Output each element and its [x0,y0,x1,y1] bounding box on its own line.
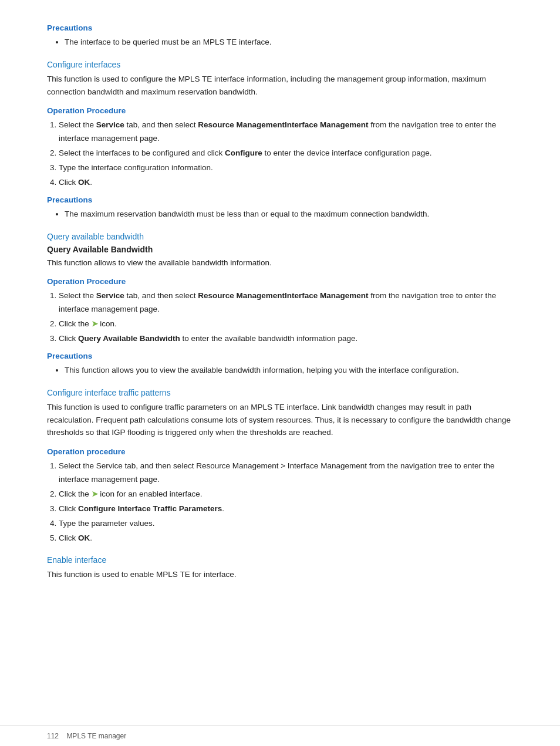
precautions-section-1: Precautions The interface to be queried … [47,23,513,49]
query-bandwidth-precaution-1: This function allows you to view the ava… [65,364,513,377]
configure-interfaces-precautions-heading: Precautions [47,195,513,204]
configure-interfaces-title: Configure interfaces [47,60,513,69]
footer-page: 112 [47,732,59,740]
configure-interfaces-desc: This function is used to configure the M… [47,73,513,98]
query-bandwidth-step-3: Click Query Available Bandwidth to enter… [59,332,513,346]
precautions-item-1: The interface to be queried must be an M… [65,36,513,49]
configure-interfaces-step-1: Select the Service tab, and then select … [59,119,513,146]
configure-traffic-op-heading: Operation procedure [47,447,513,456]
query-bandwidth-subheading: Query Available Bandwidth [47,245,513,254]
enable-interface-desc: This function is used to enable MPLS TE … [47,568,513,581]
query-bandwidth-precautions-heading: Precautions [47,352,513,360]
configure-traffic-section: Configure interface traffic patterns Thi… [47,388,513,545]
enable-interface-section: Enable interface This function is used t… [47,555,513,581]
configure-traffic-step-5: Click OK. [59,532,513,545]
arrow-icon-1: ➤ [92,318,98,330]
query-bandwidth-op-heading: Operation Procedure [47,277,513,286]
query-bandwidth-step-2: Click the ➤ icon. [59,318,513,331]
query-bandwidth-section: Query available bandwidth Query Availabl… [47,232,513,377]
configure-traffic-step-3: Click Configure Interface Traffic Parame… [59,502,513,516]
query-bandwidth-desc: This function allows to view the availab… [47,256,513,269]
configure-traffic-title: Configure interface traffic patterns [47,388,513,397]
footer: 112 MPLS TE manager [0,725,560,746]
configure-interfaces-op-heading: Operation Procedure [47,106,513,115]
configure-traffic-step-4: Type the parameter values. [59,517,513,531]
configure-traffic-step-1: Select the Service tab, and then select … [59,460,513,487]
query-bandwidth-step-1: Select the Service tab, and then select … [59,289,513,316]
footer-title: MPLS TE manager [66,732,126,740]
precautions-heading-1: Precautions [47,23,513,32]
configure-interfaces-step-3: Type the interface configuration informa… [59,161,513,175]
configure-interfaces-step-4: Click OK. [59,176,513,190]
query-bandwidth-title: Query available bandwidth [47,232,513,241]
enable-interface-title: Enable interface [47,555,513,565]
configure-interfaces-step-2: Select the interfaces to be configured a… [59,147,513,160]
configure-traffic-desc: This function is used to configure traff… [47,401,513,439]
configure-traffic-step-2: Click the ➤ icon for an enabled interfac… [59,488,513,501]
arrow-icon-2: ➤ [92,488,98,501]
configure-interfaces-precaution-1: The maximum reservation bandwidth must b… [65,208,513,221]
configure-interfaces-section: Configure interfaces This function is us… [47,60,513,221]
